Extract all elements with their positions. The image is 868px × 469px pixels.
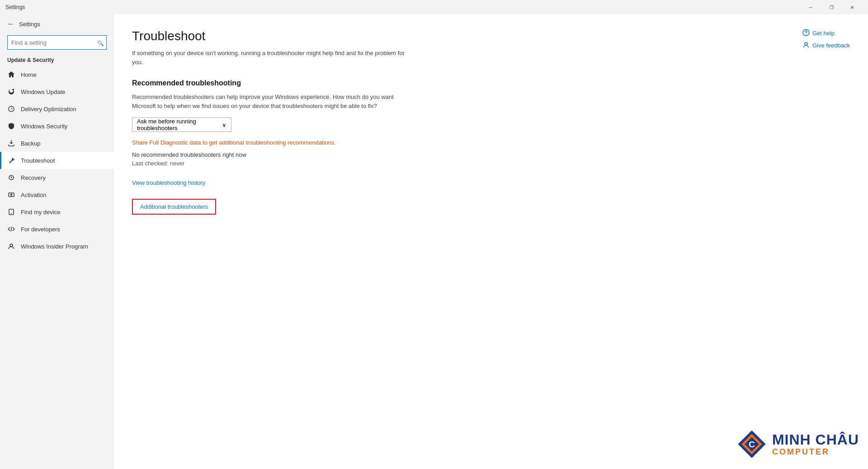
- sidebar-item-troubleshoot[interactable]: Troubleshoot: [0, 152, 114, 169]
- diagnostic-link[interactable]: Share Full Diagnostic data to get additi…: [132, 139, 412, 146]
- additional-troubleshooters-button[interactable]: Additional troubleshooters: [132, 199, 216, 215]
- troubleshoot-dropdown[interactable]: Ask me before running troubleshooters ∨: [132, 117, 231, 132]
- svg-point-4: [11, 213, 12, 214]
- sidebar-item-home[interactable]: Home: [0, 66, 114, 83]
- sidebar-item-activation-label: Activation: [21, 192, 46, 198]
- back-arrow-icon: ←: [7, 20, 14, 28]
- sidebar-item-windows-insider-label: Windows Insider Program: [21, 243, 88, 250]
- sidebar-item-recovery[interactable]: Recovery: [0, 169, 114, 186]
- no-troubleshooters-text: No recommended troubleshooters right now: [132, 151, 850, 158]
- sidebar-item-for-developers[interactable]: For developers: [0, 220, 114, 238]
- activation-icon: [7, 191, 15, 199]
- chevron-down-icon: ∨: [222, 122, 226, 128]
- sidebar-item-windows-security-label: Windows Security: [21, 123, 67, 130]
- svg-point-8: [805, 42, 807, 45]
- svg-point-7: [806, 34, 807, 35]
- sidebar-item-backup[interactable]: Backup: [0, 135, 114, 152]
- svg-rect-3: [9, 209, 14, 215]
- sidebar-item-windows-update[interactable]: Windows Update: [0, 83, 114, 100]
- give-feedback-label: Give feedback: [812, 42, 850, 49]
- sidebar-item-windows-security[interactable]: Windows Security: [0, 117, 114, 135]
- sidebar-item-recovery-label: Recovery: [21, 174, 46, 181]
- sidebar-item-find-my-device-label: Find my device: [21, 209, 60, 216]
- sidebar: ← Settings 🔍 Update & Security Home Wind…: [0, 14, 114, 469]
- sidebar-item-windows-insider[interactable]: Windows Insider Program: [0, 238, 114, 255]
- search-icon: 🔍: [97, 40, 104, 47]
- sidebar-item-delivery-optimization-label: Delivery Optimization: [21, 106, 76, 113]
- app-container: ← Settings 🔍 Update & Security Home Wind…: [0, 14, 868, 469]
- back-button[interactable]: ← Settings: [0, 14, 114, 33]
- backup-icon: [7, 139, 15, 147]
- get-help-icon: [802, 29, 810, 38]
- get-help-label: Get help: [812, 30, 835, 37]
- close-button[interactable]: ✕: [842, 0, 863, 14]
- restore-button[interactable]: ❐: [821, 0, 842, 14]
- watermark-text: MINH CHÂU COMPUTER: [772, 432, 859, 457]
- watermark: C MINH CHÂU COMPUTER: [736, 428, 859, 460]
- sidebar-item-troubleshoot-label: Troubleshoot: [21, 157, 55, 164]
- wrench-icon: [7, 156, 15, 164]
- page-title: Troubleshoot: [132, 29, 850, 43]
- get-help-link[interactable]: Get help: [802, 29, 850, 38]
- insider-icon: [7, 242, 15, 250]
- home-icon: [7, 70, 15, 79]
- main-content: Get help Give feedback Troubleshoot If s…: [114, 14, 868, 469]
- titlebar: Settings ─ ❐ ✕: [0, 0, 868, 14]
- page-subtitle: If something on your device isn't workin…: [132, 49, 412, 66]
- recommended-section-title: Recommended troubleshooting: [132, 79, 850, 87]
- sidebar-item-find-my-device[interactable]: Find my device: [0, 203, 114, 220]
- sidebar-item-windows-update-label: Windows Update: [21, 89, 65, 95]
- titlebar-controls: ─ ❐ ✕: [800, 0, 863, 14]
- titlebar-title: Settings: [5, 4, 800, 10]
- settings-title: Settings: [19, 21, 40, 28]
- sidebar-item-activation[interactable]: Activation: [0, 186, 114, 203]
- sidebar-item-home-label: Home: [21, 71, 37, 78]
- recommended-desc: Recommended troubleshooters can help imp…: [132, 93, 412, 110]
- refresh-icon: [7, 88, 15, 96]
- svg-text:C: C: [749, 440, 755, 449]
- recovery-icon: [7, 174, 15, 182]
- dev-icon: [7, 225, 15, 233]
- sidebar-item-delivery-optimization[interactable]: Delivery Optimization: [0, 100, 114, 117]
- optimize-icon: [7, 105, 15, 113]
- shield-icon: [7, 122, 15, 130]
- minimize-button[interactable]: ─: [800, 0, 821, 14]
- watermark-logo-icon: C: [736, 428, 768, 460]
- dropdown-value: Ask me before running troubleshooters: [137, 118, 222, 131]
- search-input[interactable]: [7, 35, 107, 50]
- last-checked-text: Last checked: never: [132, 160, 850, 167]
- search-wrapper: 🔍: [0, 33, 114, 53]
- svg-point-5: [10, 244, 13, 247]
- device-icon: [7, 208, 15, 216]
- give-feedback-link[interactable]: Give feedback: [802, 41, 850, 50]
- give-feedback-icon: [802, 41, 810, 50]
- help-links: Get help Give feedback: [802, 29, 850, 50]
- watermark-name: MINH CHÂU: [772, 432, 859, 448]
- view-history-link[interactable]: View troubleshooting history: [132, 179, 850, 186]
- sidebar-item-for-developers-label: For developers: [21, 226, 60, 233]
- sidebar-item-backup-label: Backup: [21, 140, 40, 147]
- sidebar-section-title: Update & Security: [0, 53, 114, 66]
- watermark-sub: COMPUTER: [772, 448, 859, 457]
